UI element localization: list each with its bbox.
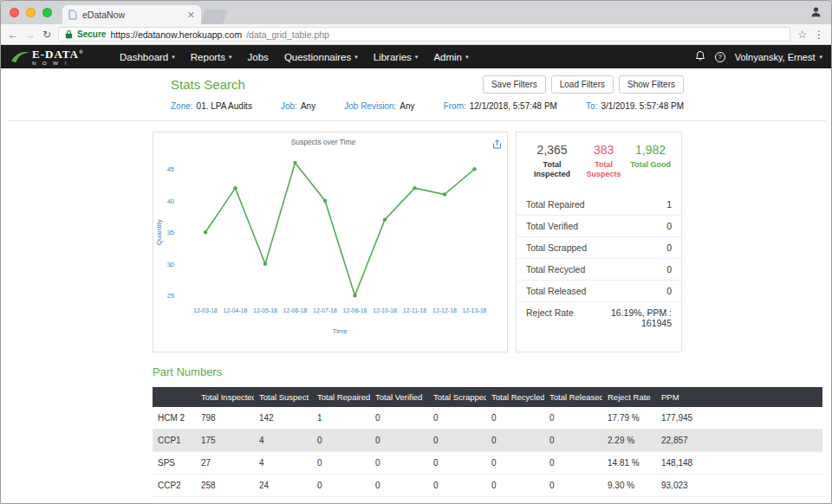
refresh-icon[interactable]: ↻: [42, 29, 51, 40]
stat-row-total-repaired: Total Repaired1: [517, 194, 681, 216]
table-cell: 142: [254, 407, 312, 430]
data-point: [413, 186, 416, 190]
column-header-total-inspected[interactable]: Total Inspected: [196, 387, 254, 407]
stats-summary: 2,365Total Inspected383Total Suspects1,9…: [517, 132, 681, 180]
browser-tab[interactable]: eDataNow ✕: [62, 5, 201, 24]
zoom-window-button[interactable]: [42, 8, 52, 17]
nav-item-label: Reports: [191, 52, 225, 62]
edata-now-logo[interactable]: E-DATA® N O W !: [10, 48, 100, 66]
save-filters-button[interactable]: Save Filters: [483, 75, 546, 94]
table-cell: 0: [486, 430, 544, 452]
stat-row-reject-rate: Reject Rate16.19%, PPM : 161945: [517, 302, 681, 333]
table-cell: 0: [370, 475, 428, 497]
close-window-button[interactable]: [10, 8, 19, 17]
filter-label: From:: [444, 101, 466, 111]
browser-profile-icon[interactable]: [809, 5, 822, 22]
table-cell: 175: [196, 430, 254, 452]
chevron-down-icon: ▾: [172, 54, 175, 61]
page-header: Stats Search Save FiltersLoad FiltersSho…: [153, 75, 684, 94]
column-header-total-verified[interactable]: Total Verified: [370, 387, 428, 407]
filter-buttons: Save FiltersLoad FiltersShow Filters: [483, 75, 684, 94]
chevron-down-icon: ▾: [354, 54, 358, 61]
back-icon[interactable]: ←: [8, 29, 18, 40]
tab-close-icon[interactable]: ✕: [187, 10, 195, 20]
column-header-ppm[interactable]: PPM: [656, 387, 822, 407]
page-content: Stats Search Save FiltersLoad FiltersSho…: [1, 68, 831, 504]
new-tab-button[interactable]: [200, 10, 228, 24]
stat-row-total-scrapped: Total Scrapped0: [517, 237, 681, 259]
browser-menu-icon[interactable]: ⋮: [814, 29, 824, 40]
table-cell: 210,473: [656, 497, 822, 504]
stat-row-total-recycled: Total Recycled0: [517, 259, 681, 281]
data-point: [353, 294, 356, 297]
filter-label: Zone:: [171, 101, 193, 111]
page-title: Stats Search: [171, 77, 245, 92]
nav-item-questionnaires[interactable]: Questionnaires▾: [276, 45, 366, 68]
column-header-total-repaired[interactable]: Total Repaired: [312, 387, 370, 407]
table-row-ccp1[interactable]: CCP11754000002.29 %22,857: [153, 430, 822, 452]
app-navbar: E-DATA® N O W ! Dashboard▾Reports▾JobsQu…: [1, 45, 831, 68]
table-cell: 14.81 %: [602, 452, 656, 475]
chart-export-icon[interactable]: [492, 137, 502, 152]
bookmark-star-icon[interactable]: ☆: [797, 29, 807, 40]
table-cell: 0: [370, 430, 428, 452]
minimize-window-button[interactable]: [26, 8, 36, 17]
table-row-hcm-2[interactable]: HCM 27981421000017.79 %177,945: [153, 407, 822, 430]
main-row: Suspects over Time2530354045Quantity12-0…: [153, 132, 822, 352]
table-cell: CCP1: [153, 430, 196, 452]
column-header-total-recycled[interactable]: Total Recycled: [486, 387, 544, 407]
table-cell: 1: [312, 407, 370, 430]
notifications-bell-icon[interactable]: [695, 49, 705, 65]
table-cell: 0: [370, 497, 428, 504]
table-cell: 0: [544, 497, 602, 504]
table-cell: 21.05 %: [602, 497, 656, 504]
stat-value: 1,982: [630, 143, 671, 157]
table-cell: CCP2: [153, 475, 196, 497]
column-header-total-suspect[interactable]: Total Suspect: [254, 387, 312, 407]
stat-label: Total Good: [630, 160, 671, 170]
nav-item-label: Questionnaires: [284, 52, 351, 62]
table-cell: 0: [486, 407, 544, 430]
nav-item-dashboard[interactable]: Dashboard▾: [112, 45, 183, 68]
stat-row-label: Total Scrapped: [526, 242, 587, 253]
filter-job: Job:Any: [281, 101, 315, 111]
nav-item-jobs[interactable]: Jobs: [240, 45, 276, 68]
filter-label: To:: [586, 101, 597, 111]
stat-total-suspects: 383Total Suspects: [579, 143, 629, 180]
nav-item-reports[interactable]: Reports▾: [183, 45, 240, 68]
y-axis-label: Quantity: [155, 219, 163, 245]
column-header-total-released[interactable]: Total Released: [544, 387, 602, 407]
table-cell: 27: [196, 452, 254, 475]
nav-item-label: Libraries: [374, 52, 412, 62]
stat-total-good: 1,982Total Good: [630, 143, 671, 180]
browser-toolbar: ← → ↻ Secure https://edatanow.herokuapp.…: [1, 24, 831, 45]
column-header-blank[interactable]: [153, 387, 196, 407]
help-icon[interactable]: ?: [715, 52, 725, 62]
forward-icon[interactable]: →: [25, 29, 36, 40]
table-row-sps[interactable]: SPS2740000014.81 %148,148: [153, 452, 822, 475]
nav-item-libraries[interactable]: Libraries▾: [366, 45, 426, 68]
show-filters-button[interactable]: Show Filters: [619, 75, 684, 94]
nav-item-admin[interactable]: Admin▾: [426, 45, 476, 68]
load-filters-button[interactable]: Load Filters: [551, 75, 614, 94]
user-menu[interactable]: Volnyansky, Ernest ▾: [735, 52, 822, 62]
address-bar[interactable]: Secure https://edatanow.herokuapp.com/da…: [58, 27, 790, 42]
stat-row-total-verified: Total Verified0: [517, 216, 681, 237]
column-header-reject-rate[interactable]: Reject Rate: [602, 387, 656, 407]
table-cell: 93,023: [656, 475, 822, 497]
y-tick-label: 25: [167, 292, 174, 300]
table-cell: 993: [196, 497, 254, 504]
filter-label: Job:: [281, 101, 297, 111]
table-row-ccp2[interactable]: CCP225824000009.30 %93,023: [153, 475, 822, 497]
stats-rows: Total Repaired1Total Verified0Total Scra…: [517, 194, 681, 333]
column-header-total-scrapped[interactable]: Total Scrapped: [428, 387, 486, 407]
filter-to: To:3/1/2019. 5:57:48 PM: [586, 101, 684, 111]
table-cell: 0: [486, 475, 544, 497]
filter-label: Job Revision:: [344, 101, 396, 111]
brand-line1: E-DATA®: [32, 48, 83, 60]
data-point: [233, 186, 237, 190]
table-row-hcm-1[interactable]: HCM 19932090000021.05 %210,473: [153, 497, 822, 504]
browser-window: eDataNow ✕ ← → ↻ Secure https://edatanow…: [0, 0, 832, 504]
table-cell: SPS: [153, 452, 196, 475]
x-tick-label: 12-03-18: [193, 307, 218, 313]
